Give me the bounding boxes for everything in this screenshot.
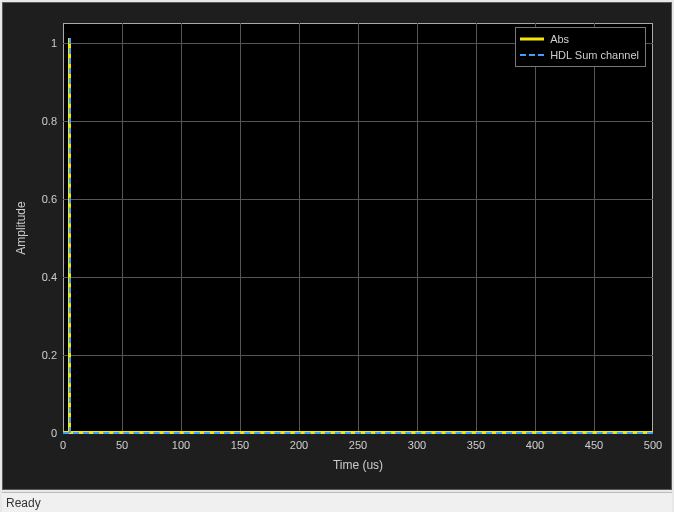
plot-frame: 050100150200250300350400450500 00.20.40.… xyxy=(2,2,672,490)
y-axis-label: Amplitude xyxy=(14,201,28,254)
legend-swatch-abs xyxy=(520,33,544,45)
legend-label-abs: Abs xyxy=(550,33,569,45)
legend[interactable]: Abs HDL Sum channel xyxy=(515,27,646,67)
x-tick-label: 500 xyxy=(644,439,662,451)
y-tick-label: 0.2 xyxy=(27,349,57,361)
x-axis-label: Time (us) xyxy=(333,458,383,472)
x-tick-label: 200 xyxy=(290,439,308,451)
status-text: Ready xyxy=(6,496,41,510)
series-hdl-spike xyxy=(69,38,71,433)
y-tick-label: 0.6 xyxy=(27,193,57,205)
app-window: 050100150200250300350400450500 00.20.40.… xyxy=(0,0,674,512)
legend-label-hdl: HDL Sum channel xyxy=(550,49,639,61)
y-tick-label: 1 xyxy=(27,37,57,49)
legend-item-hdl: HDL Sum channel xyxy=(520,47,639,63)
x-tick-label: 400 xyxy=(526,439,544,451)
y-tick-label: 0 xyxy=(27,427,57,439)
x-tick-label: 0 xyxy=(60,439,66,451)
y-tick-label: 0.4 xyxy=(27,271,57,283)
x-tick-label: 450 xyxy=(585,439,603,451)
series-hdl-baseline xyxy=(63,432,653,434)
x-tick-label: 50 xyxy=(116,439,128,451)
x-tick-label: 350 xyxy=(467,439,485,451)
x-tick-label: 150 xyxy=(231,439,249,451)
y-tick-label: 0.8 xyxy=(27,115,57,127)
x-tick-label: 300 xyxy=(408,439,426,451)
x-tick-label: 250 xyxy=(349,439,367,451)
legend-item-abs: Abs xyxy=(520,31,639,47)
legend-swatch-hdl xyxy=(520,49,544,61)
x-tick-label: 100 xyxy=(172,439,190,451)
status-bar: Ready xyxy=(2,492,672,512)
